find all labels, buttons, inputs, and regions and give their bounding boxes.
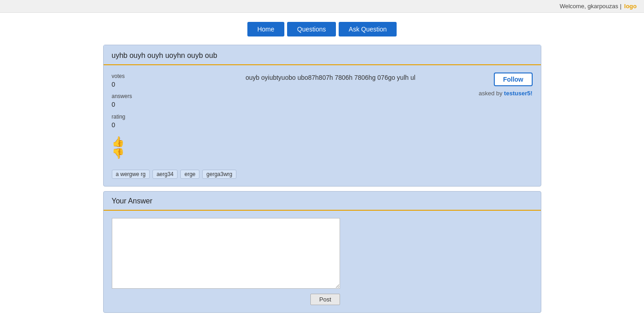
ask-question-button[interactable]: Ask Question: [339, 22, 397, 36]
votes-value: 0: [112, 80, 236, 89]
vote-icons: 👍 👎: [112, 137, 236, 159]
answer-textarea[interactable]: [112, 218, 340, 289]
tag[interactable]: gerga3wrg: [202, 170, 236, 179]
post-btn-row: Post: [112, 294, 340, 305]
answer-body: Post: [104, 211, 541, 312]
answers-group: answers 0: [112, 93, 236, 109]
rating-label: rating: [112, 113, 236, 121]
rating-group: rating 0: [112, 113, 236, 130]
nav-bar: Home Questions Ask Question: [0, 13, 644, 45]
question-box: uyhb ouyh ouyh uoyhn ouyb oub votes 0 an…: [103, 45, 541, 187]
follow-button[interactable]: Follow: [494, 73, 532, 86]
home-button[interactable]: Home: [247, 22, 284, 36]
question-title: uyhb ouyh ouyh uoyhn ouyb oub: [104, 45, 541, 65]
logo-link[interactable]: logo: [624, 3, 637, 10]
questions-button[interactable]: Questions: [287, 22, 336, 36]
asked-by-user-link[interactable]: testuser5!: [504, 90, 532, 97]
asked-by: asked by testuser5!: [246, 90, 533, 97]
votes-group: votes 0: [112, 73, 236, 89]
welcome-text: Welcome, gkarpouzas |: [560, 3, 621, 10]
question-body: votes 0 answers 0 rating 0 👍 👎 a wergwe …: [104, 65, 541, 186]
answers-label: answers: [112, 93, 236, 100]
rating-value: 0: [112, 121, 236, 130]
post-button[interactable]: Post: [310, 294, 340, 305]
thumbs-up-icon[interactable]: 👍: [112, 137, 236, 147]
stats-column: votes 0 answers 0 rating 0 👍 👎 a wergwe …: [112, 73, 236, 179]
top-bar: Welcome, gkarpouzas | logo: [0, 0, 644, 13]
votes-label: votes: [112, 73, 236, 80]
question-text: ouyb oyiubtyuobo ubo87h807h 7806h 7806hg…: [246, 73, 533, 83]
answer-section: Your Answer Post: [103, 191, 541, 313]
tag[interactable]: a wergwe rg: [112, 170, 150, 179]
asked-by-label: asked by: [479, 90, 503, 97]
tag[interactable]: aerg34: [152, 170, 178, 179]
tags-row: a wergwe rgaerg34ergegerga3wrg: [112, 170, 236, 179]
answers-value: 0: [112, 100, 236, 109]
answer-title: Your Answer: [104, 192, 541, 211]
question-main: Follow ouyb oyiubtyuobo ubo87h807h 7806h…: [246, 73, 533, 179]
tag[interactable]: erge: [180, 170, 199, 179]
thumbs-down-icon[interactable]: 👎: [112, 149, 236, 159]
main-content: uyhb ouyh ouyh uoyhn ouyb oub votes 0 an…: [94, 45, 550, 313]
